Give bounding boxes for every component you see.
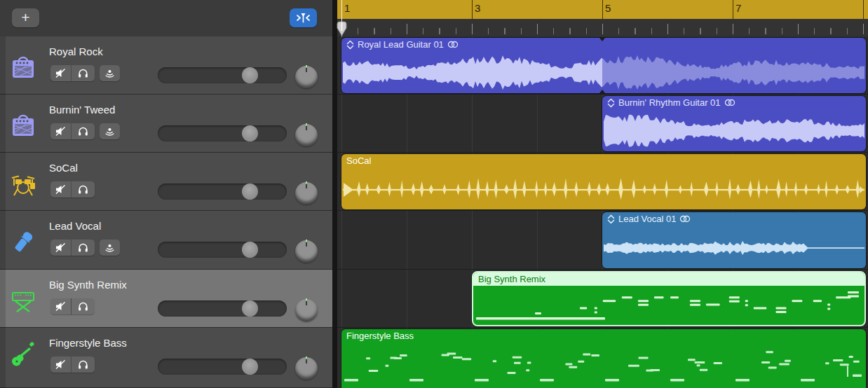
solo-button[interactable]	[72, 65, 95, 81]
volume-slider[interactable]	[158, 67, 287, 83]
volume-slider-thumb[interactable]	[242, 242, 258, 258]
mute-icon	[55, 243, 66, 252]
region-burnin-rhythm-guitar[interactable]: Burnin' Rhythm Guitar 01	[602, 96, 866, 151]
mute-button[interactable]	[50, 240, 72, 256]
mute-button[interactable]	[50, 123, 72, 139]
input-monitor-icon	[104, 243, 115, 252]
track-controls	[50, 123, 120, 139]
region-label-row: Fingerstyle Bass	[341, 329, 866, 342]
catch-playhead-button[interactable]	[290, 8, 317, 27]
midi-notes	[475, 288, 862, 324]
region-label-row: Lead Vocal 01	[602, 212, 866, 226]
track-row-socal[interactable]: SoCal	[0, 153, 332, 211]
bass-guitar-icon	[9, 342, 37, 370]
volume-slider-thumb[interactable]	[242, 183, 258, 200]
solo-button[interactable]	[72, 298, 95, 314]
mute-button[interactable]	[50, 298, 72, 314]
region-fingerstyle-bass[interactable]: Fingerstyle Bass	[341, 329, 866, 388]
volume-slider[interactable]	[158, 359, 287, 375]
audio-waveform	[343, 52, 864, 92]
region-name: SoCal	[346, 155, 371, 166]
catch-playhead-icon	[295, 12, 311, 24]
bar-number: 1	[344, 2, 350, 14]
headphones-icon	[78, 127, 88, 136]
region-name: Burnin' Rhythm Guitar 01	[618, 97, 721, 108]
track-name: Big Synth Remix	[49, 279, 127, 291]
stereo-icon	[724, 99, 735, 106]
input-monitor-button[interactable]	[100, 65, 120, 81]
pan-knob[interactable]	[295, 240, 318, 263]
microphone-icon	[9, 228, 37, 256]
add-track-button[interactable]: +	[12, 8, 39, 27]
solo-button[interactable]	[72, 123, 95, 139]
mute-icon	[55, 185, 66, 194]
solo-button[interactable]	[72, 181, 95, 198]
volume-slider-thumb[interactable]	[242, 300, 258, 317]
track-controls	[50, 65, 120, 81]
track-row-fingerstyle-bass[interactable]: Fingerstyle Bass	[0, 328, 332, 388]
region-label-row: Burnin' Rhythm Guitar 01	[602, 96, 866, 109]
region-royal-lead-guitar[interactable]: Royal Lead Guitar 01	[341, 38, 866, 93]
guitar-amp-icon	[9, 112, 37, 140]
track-name: Royal Rock	[49, 46, 103, 57]
headphones-icon	[78, 302, 88, 311]
headphones-icon	[78, 243, 88, 252]
track-row-royal-rock[interactable]: Royal Rock	[0, 36, 332, 95]
track-panel-header: +	[0, 0, 332, 37]
pan-knob[interactable]	[295, 357, 318, 380]
track-row-big-synth-remix[interactable]: Big Synth Remix	[0, 270, 332, 328]
pan-knob[interactable]	[295, 299, 318, 321]
audio-waveform	[604, 228, 864, 267]
region-socal[interactable]: SoCal	[341, 154, 866, 209]
volume-slider[interactable]	[158, 125, 287, 141]
mute-button[interactable]	[50, 65, 72, 81]
solo-button[interactable]	[72, 240, 95, 256]
track-name: Lead Vocal	[49, 220, 101, 232]
input-monitor-button[interactable]	[100, 240, 120, 256]
loop-junction-notch	[599, 90, 605, 93]
bar-number: 7	[735, 2, 741, 14]
volume-slider[interactable]	[158, 183, 287, 200]
volume-slider-thumb[interactable]	[242, 67, 258, 83]
track-row-burnin-tweed[interactable]: Burnin' Tweed	[0, 95, 332, 153]
beat-ruler[interactable]	[337, 19, 868, 36]
volume-slider-thumb[interactable]	[242, 125, 258, 141]
bar-number: 5	[605, 2, 611, 14]
guitar-amp-icon	[9, 54, 37, 82]
pan-knob[interactable]	[295, 182, 318, 205]
follow-tempo-icon	[607, 214, 615, 224]
mute-icon	[55, 69, 66, 78]
track-header-panel: +	[0, 0, 332, 388]
headphones-icon	[78, 360, 88, 369]
pan-knob[interactable]	[295, 124, 318, 146]
playhead[interactable]	[336, 21, 348, 36]
synth-keyboard-icon	[9, 287, 37, 315]
timeline-lanes: Royal Lead Guitar 01 Burnin' Rhythm Guit…	[337, 36, 868, 388]
mute-button[interactable]	[50, 356, 72, 373]
region-name: Fingerstyle Bass	[346, 331, 414, 341]
mute-icon	[55, 127, 66, 136]
track-name: SoCal	[49, 162, 78, 174]
cycle-region-band[interactable]: 1 3 5 7	[337, 0, 868, 19]
region-big-synth-remix[interactable]: Big Synth Remix	[472, 271, 866, 326]
volume-slider-thumb[interactable]	[242, 359, 258, 375]
solo-button[interactable]	[72, 356, 95, 373]
track-name: Fingerstyle Bass	[49, 337, 127, 349]
region-lead-vocal[interactable]: Lead Vocal 01	[602, 212, 866, 268]
region-name: Royal Lead Guitar 01	[358, 39, 444, 50]
mute-button[interactable]	[50, 181, 72, 198]
volume-slider[interactable]	[158, 242, 287, 258]
headphones-icon	[78, 69, 88, 78]
track-row-lead-vocal[interactable]: Lead Vocal	[0, 211, 332, 270]
track-controls	[50, 181, 95, 198]
region-label-row: SoCal	[341, 154, 866, 167]
track-controls	[50, 240, 120, 256]
ruler-major-ticks	[341, 24, 868, 34]
stereo-icon	[679, 215, 691, 223]
input-monitor-button[interactable]	[100, 123, 120, 139]
stereo-icon	[447, 41, 459, 48]
timeline: 1 3 5 7 Roya	[332, 0, 868, 388]
audio-waveform	[343, 172, 864, 208]
pan-knob[interactable]	[295, 66, 318, 88]
volume-slider[interactable]	[158, 300, 287, 317]
